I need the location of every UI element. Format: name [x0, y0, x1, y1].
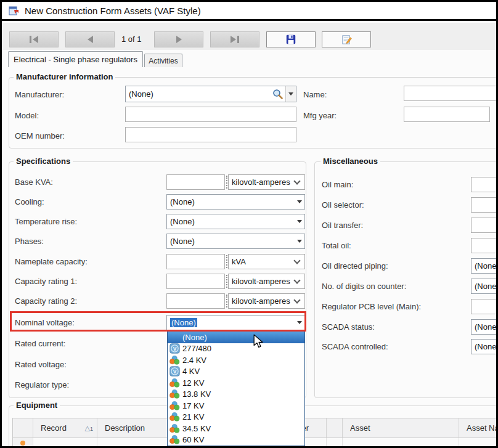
voltage-item-icon: V: [169, 401, 180, 411]
dropdown-list-item[interactable]: V 17 KV: [168, 400, 304, 412]
nameplate-capacity-unit-value: kVA: [229, 257, 292, 266]
cooling-combo[interactable]: (None): [166, 194, 305, 210]
capacity-rating-1-unit-combo[interactable]: kilovolt-amperes: [228, 274, 305, 289]
dropdown-list-item[interactable]: V 60 KV: [168, 434, 304, 446]
equipment-header-spacer: [327, 418, 343, 438]
oil-directed-piping-label: Oil directed piping:: [322, 261, 388, 271]
digits-on-counter-value: (None): [471, 282, 498, 291]
field-unit-divider: [226, 255, 227, 268]
dropdown-item-label: 12 KV: [182, 378, 204, 388]
field-unit-divider: [226, 295, 227, 307]
dropdown-item-label: 17 KV: [182, 401, 204, 410]
last-record-button[interactable]: [210, 31, 259, 47]
dropdown-arrow-icon[interactable]: [294, 214, 304, 229]
dropdown-arrow-icon[interactable]: [294, 195, 304, 209]
mfg-year-field[interactable]: [404, 107, 490, 122]
equipment-header-asset-name[interactable]: Asset Na: [459, 418, 498, 438]
dropdown-list-item[interactable]: V 277/480: [168, 343, 304, 355]
total-oil-label: Total oil:: [322, 241, 351, 250]
save-button[interactable]: [266, 31, 316, 47]
oil-main-field[interactable]: [471, 177, 498, 192]
first-record-button[interactable]: [9, 31, 59, 47]
equipment-row-cell[interactable]: [343, 438, 459, 448]
scada-controlled-combo[interactable]: (None): [471, 339, 498, 354]
manufacturer-info-title: Manufacturer information: [14, 72, 115, 81]
oil-selector-label: Oil selector:: [322, 200, 364, 210]
dropdown-list-item[interactable]: V (None): [168, 332, 304, 343]
voltage-item-icon: V: [169, 378, 180, 388]
dropdown-item-label: 2.4 KV: [182, 356, 206, 365]
base-kva-unit-combo[interactable]: kilovolt-amperes: [228, 174, 305, 190]
dropdown-list-item[interactable]: V 13.8 KV: [168, 389, 304, 401]
equipment-header-asset[interactable]: Asset: [343, 418, 459, 438]
voltage-item-icon: V: [169, 389, 180, 399]
miscellaneous-title: Miscellaneous: [320, 157, 380, 166]
column-header-label: Asset: [350, 423, 370, 433]
chevron-down-icon: [293, 177, 300, 184]
digits-on-counter-combo[interactable]: (None): [471, 279, 498, 294]
regulator-pcb-field[interactable]: [471, 299, 498, 314]
form-edit-button[interactable]: [322, 31, 371, 47]
tab-label: Electrical - Single phase regulators: [14, 55, 137, 64]
model-field[interactable]: [125, 107, 296, 122]
toolbar: 1 of 1: [2, 23, 496, 50]
equipment-row-cell[interactable]: [33, 438, 97, 448]
oil-directed-piping-combo[interactable]: (None): [471, 258, 498, 274]
record-position: 1 of 1: [121, 35, 142, 44]
tab-activities[interactable]: Activities: [144, 54, 182, 67]
temperature-rise-combo[interactable]: (None): [166, 214, 305, 229]
scada-controlled-value: (None): [471, 342, 498, 351]
name-label: Name:: [303, 90, 327, 99]
phases-label: Phases:: [15, 237, 44, 246]
dropdown-item-label: 13.8 KV: [182, 389, 211, 399]
capacity-rating-1-unit-value: kilovolt-amperes: [229, 277, 292, 286]
field-unit-divider: [226, 176, 227, 189]
voltage-item-icon: V: [169, 332, 180, 343]
column-header-label: Description: [105, 423, 145, 433]
capacity-rating-2-field[interactable]: [166, 293, 225, 309]
base-kva-field[interactable]: [166, 174, 225, 190]
form-window: New Construction Form Assets (VAF Style)…: [0, 0, 498, 448]
next-record-icon: [176, 36, 182, 43]
specifications-title: Specifications: [14, 157, 73, 166]
search-icon[interactable]: [272, 89, 284, 100]
equipment-row-cell[interactable]: [459, 438, 498, 448]
dropdown-arrow-icon[interactable]: [294, 234, 304, 248]
equipment-header-indicator: [12, 418, 33, 438]
capacity-rating-2-unit-combo[interactable]: kilovolt-amperes: [228, 293, 305, 309]
equipment-row-cell[interactable]: [327, 438, 343, 448]
rated-voltage-label: Rated voltage:: [15, 360, 67, 369]
nameplate-capacity-unit-combo[interactable]: kVA: [228, 254, 305, 269]
next-record-button[interactable]: [154, 31, 203, 47]
total-oil-field[interactable]: [471, 238, 498, 253]
phases-combo[interactable]: (None): [166, 234, 305, 249]
manufacturer-combo[interactable]: (None): [125, 86, 296, 102]
oil-transfer-field[interactable]: [471, 218, 498, 233]
capacity-rating-1-field[interactable]: [166, 274, 225, 289]
oil-selector-field[interactable]: [471, 197, 498, 213]
voltage-item-icon: V: [169, 343, 180, 354]
dropdown-arrow-icon[interactable]: [285, 86, 296, 102]
voltage-item-icon: V: [169, 434, 180, 445]
oem-number-field[interactable]: [125, 127, 296, 142]
dropdown-item-label: 60 KV: [182, 435, 204, 444]
capacity-rating-1-label: Capacity rating 1:: [15, 277, 77, 286]
dropdown-list-item[interactable]: V 12 KV: [168, 377, 304, 389]
dropdown-list-item[interactable]: V 4 KV: [168, 366, 304, 378]
previous-record-button[interactable]: [65, 31, 115, 47]
equipment-header-record[interactable]: Record △1: [33, 418, 97, 438]
dropdown-item-label: 34.5 KV: [182, 424, 211, 433]
dropdown-item-label: 277/480: [182, 344, 211, 353]
dropdown-list-item[interactable]: V 21 KV: [168, 412, 304, 423]
nameplate-capacity-field[interactable]: [166, 254, 225, 269]
oil-transfer-label: Oil transfer:: [322, 221, 363, 230]
name-field[interactable]: [404, 86, 498, 101]
previous-record-icon: [88, 36, 93, 43]
scada-status-combo[interactable]: (None): [471, 319, 498, 335]
chevron-down-icon: [293, 277, 300, 283]
dropdown-list-item[interactable]: V 2.4 KV: [168, 354, 304, 366]
tab-electrical-single-phase-regulators[interactable]: Electrical - Single phase regulators: [8, 51, 143, 67]
dropdown-list-item[interactable]: V 34.5 KV: [168, 423, 304, 434]
regulator-type-label: Regulator type:: [15, 380, 69, 389]
manufacturer-value: (None): [126, 89, 272, 99]
